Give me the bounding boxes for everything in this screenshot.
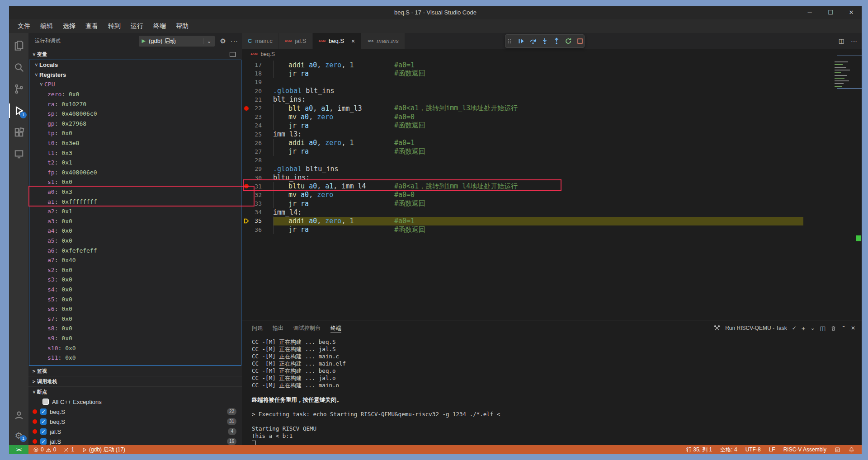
- editor-tab-main.ins[interactable]: TeXmain.ins: [361, 33, 405, 49]
- feedback-icon[interactable]: [835, 447, 840, 453]
- code-line-26[interactable]: 26addi a0, zero, 1#a0=1: [242, 139, 862, 147]
- execution-arrow-gutter[interactable]: [242, 218, 251, 224]
- panel-tab-输出[interactable]: 输出: [268, 320, 288, 336]
- code-line-22[interactable]: 22blt a0, a1, imm_l3#a0<a1，跳转到imm_l3地址处开…: [242, 104, 862, 113]
- menu-item[interactable]: 帮助: [171, 22, 193, 30]
- code-line-21[interactable]: 21blt_ins:: [242, 95, 862, 104]
- menu-item[interactable]: 转到: [103, 22, 126, 30]
- problems-status[interactable]: 0 0: [33, 446, 56, 453]
- search-icon[interactable]: [9, 56, 28, 78]
- tree-node-cpu[interactable]: CPU: [29, 80, 241, 89]
- sidebar-more-actions[interactable]: ···: [231, 38, 238, 45]
- panel-tab-终端[interactable]: 终端: [326, 320, 346, 336]
- editor-tab-main.c[interactable]: Cmain.c: [242, 33, 279, 49]
- menu-item[interactable]: 运行: [126, 22, 148, 30]
- register-row[interactable]: a4: 0x0: [29, 226, 241, 236]
- register-row[interactable]: s11: 0x0: [29, 353, 241, 363]
- register-row[interactable]: t0: 0x3e8: [29, 138, 241, 148]
- run-debug-icon[interactable]: 1: [9, 100, 28, 122]
- register-row[interactable]: tp: 0x0: [29, 128, 241, 138]
- terminal-output[interactable]: CC -[M] 正在构建 ... beq.SCC -[M] 正在构建 ... j…: [242, 336, 862, 445]
- cursor-position-status[interactable]: 行 35, 列 1: [686, 446, 712, 454]
- kill-terminal-icon[interactable]: [830, 325, 836, 331]
- toolbar-grip[interactable]: [505, 36, 513, 46]
- code-line-18[interactable]: 18jr ra#函数返回: [242, 69, 862, 78]
- register-row[interactable]: s4: 0x0: [29, 285, 241, 295]
- checkbox-checked[interactable]: ✓: [40, 418, 47, 425]
- menu-item[interactable]: 文件: [13, 22, 35, 30]
- panel-layout-icon[interactable]: [230, 52, 236, 57]
- checkbox-checked[interactable]: ✓: [40, 408, 47, 415]
- register-row[interactable]: s1: 0x0: [29, 177, 241, 187]
- step-out-icon[interactable]: [553, 36, 561, 46]
- running-tasks-status[interactable]: 1: [63, 446, 74, 453]
- breakpoint-row[interactable]: ✓beq.S31: [28, 417, 242, 427]
- new-terminal-icon[interactable]: +: [802, 324, 806, 332]
- register-row[interactable]: s10: 0x0: [29, 343, 241, 353]
- eol-status[interactable]: LF: [769, 446, 775, 453]
- register-row[interactable]: t1: 0x3: [29, 148, 241, 158]
- stop-icon[interactable]: [576, 36, 584, 46]
- notifications-bell-icon[interactable]: [849, 447, 854, 453]
- code-line-36[interactable]: 36jr ra#函数返回: [242, 225, 862, 234]
- register-row[interactable]: s5: 0x0: [29, 294, 241, 304]
- register-row[interactable]: t2: 0x1: [29, 158, 241, 168]
- watch-section-header[interactable]: 监视: [28, 366, 242, 376]
- terminal-task-label[interactable]: Run RISCV-QEMU - Task: [725, 325, 787, 331]
- menu-item[interactable]: 选择: [58, 22, 80, 30]
- split-editor-icon[interactable]: ◫: [839, 38, 844, 44]
- code-line-35[interactable]: 35addi a0, zero, 1#a0=1: [242, 216, 862, 225]
- panel-tab-问题[interactable]: 问题: [247, 320, 268, 336]
- register-row[interactable]: a6: 0xfefefeff: [29, 245, 241, 255]
- variables-section-header[interactable]: 变量: [28, 49, 242, 60]
- register-row[interactable]: s6: 0x0: [29, 304, 241, 314]
- register-row[interactable]: s2: 0x0: [29, 265, 241, 275]
- explorer-icon[interactable]: [9, 35, 28, 56]
- code-line-24[interactable]: 24jr ra#函数返回: [242, 121, 862, 130]
- launch-settings-gear-icon[interactable]: ⚙: [220, 37, 226, 45]
- code-line-20[interactable]: 20.global blt_ins: [242, 87, 862, 95]
- register-row[interactable]: s9: 0x0: [29, 333, 241, 343]
- code-editor[interactable]: 17addi a0, zero, 1#a0=118jr ra#函数返回1920.…: [242, 59, 862, 320]
- checkbox-unchecked[interactable]: [42, 399, 49, 405]
- code-line-27[interactable]: 27jr ra#函数返回: [242, 147, 862, 156]
- menu-item[interactable]: 查看: [80, 22, 103, 30]
- remote-explorer-icon[interactable]: [9, 143, 28, 165]
- close-icon[interactable]: ×: [351, 38, 355, 45]
- close-button[interactable]: ✕: [841, 6, 862, 19]
- settings-gear-icon[interactable]: ⚙ 1: [9, 426, 28, 445]
- breadcrumb[interactable]: ASM beq.S: [242, 49, 862, 59]
- menu-item[interactable]: 编辑: [35, 22, 58, 30]
- register-row[interactable]: ra: 0x10270: [29, 99, 241, 109]
- terminal-dropdown-icon[interactable]: ⌄: [811, 325, 815, 331]
- register-row[interactable]: a7: 0x40: [29, 255, 241, 265]
- breakpoint-row[interactable]: ✓jal.S16: [28, 437, 242, 445]
- register-row[interactable]: s7: 0x0: [29, 314, 241, 324]
- register-row[interactable]: a2: 0x1: [29, 207, 241, 216]
- checkbox-checked[interactable]: ✓: [40, 438, 47, 445]
- checkbox-checked[interactable]: ✓: [40, 428, 47, 435]
- register-row[interactable]: a3: 0x0: [29, 216, 241, 226]
- extensions-icon[interactable]: [9, 122, 28, 143]
- language-mode-status[interactable]: RISC-V Assembly: [783, 446, 826, 453]
- breakpoint-row[interactable]: ✓jal.S4: [28, 427, 242, 437]
- breakpoint-row[interactable]: ✓beq.S22: [28, 407, 242, 417]
- code-line-29[interactable]: 29.global bltu_ins: [242, 164, 862, 173]
- callstack-section-header[interactable]: 调用堆栈: [28, 376, 242, 386]
- register-row[interactable]: s8: 0x0: [29, 324, 241, 333]
- code-line-17[interactable]: 17addi a0, zero, 1#a0=1: [242, 61, 862, 69]
- breakpoints-section-header[interactable]: 断点: [28, 386, 242, 397]
- code-line-31[interactable]: 31bltu a0, a1, imm_l4#a0<a1，跳转到imm_l4地址处…: [242, 182, 862, 191]
- maximize-button[interactable]: ☐: [820, 6, 841, 19]
- code-line-28[interactable]: 28: [242, 156, 862, 164]
- close-panel-icon[interactable]: ✕: [851, 325, 855, 331]
- step-over-icon[interactable]: [529, 36, 537, 46]
- encoding-status[interactable]: UTF-8: [745, 446, 761, 453]
- menu-item[interactable]: 终端: [148, 22, 171, 30]
- code-line-33[interactable]: 33jr ra#函数返回: [242, 199, 862, 208]
- panel-tab-调试控制台[interactable]: 调试控制台: [288, 320, 326, 336]
- editor-tab-beq.S[interactable]: ASMbeq.S×: [313, 33, 362, 49]
- debug-session-status[interactable]: (gdb) 启动 (17): [81, 446, 125, 454]
- split-terminal-icon[interactable]: ◫: [820, 325, 826, 332]
- indentation-status[interactable]: 空格: 4: [720, 446, 737, 454]
